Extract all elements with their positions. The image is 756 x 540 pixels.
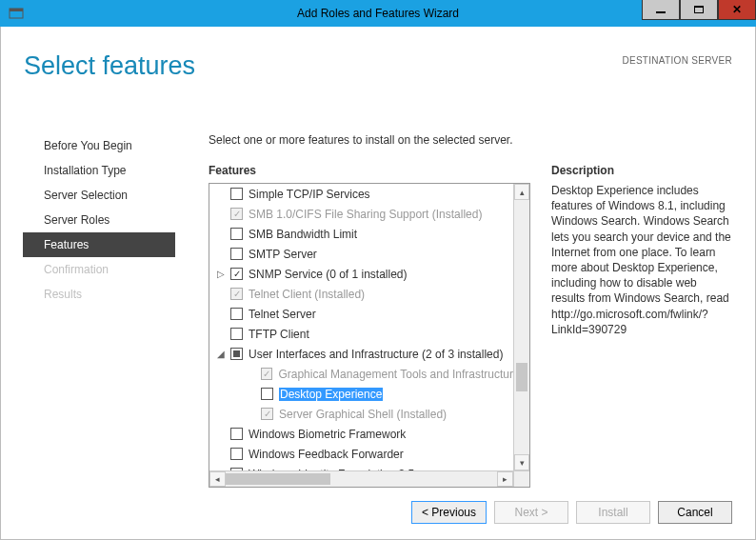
scroll-right-arrow-icon[interactable]: ▸ xyxy=(497,471,513,487)
maximize-button[interactable] xyxy=(680,0,718,20)
horizontal-scroll-thumb[interactable] xyxy=(226,473,330,485)
feature-label: Telnet Client (Installed) xyxy=(249,288,365,301)
titlebar: Add Roles and Features Wizard ✕ xyxy=(0,0,756,27)
feature-label: Simple TCP/IP Services xyxy=(249,188,370,201)
checkbox[interactable] xyxy=(230,188,243,200)
expander-icon[interactable]: ◢ xyxy=(215,349,227,359)
feature-item: Server Graphical Shell (Installed) xyxy=(209,404,513,424)
description-label: Description xyxy=(551,164,732,177)
previous-button[interactable]: < Previous xyxy=(411,501,487,524)
feature-label: Windows Biometric Framework xyxy=(249,428,406,441)
scroll-up-arrow-icon[interactable]: ▴ xyxy=(514,184,529,200)
feature-item[interactable]: TFTP Client xyxy=(209,324,513,344)
feature-label: Graphical Management Tools and Infrastru… xyxy=(278,368,513,381)
feature-item[interactable]: ▷SNMP Service (0 of 1 installed) xyxy=(209,264,513,284)
nav-item[interactable]: Features xyxy=(23,232,175,257)
feature-label: Telnet Server xyxy=(249,308,316,321)
feature-item: Graphical Management Tools and Infrastru… xyxy=(209,364,513,384)
feature-item[interactable]: Simple TCP/IP Services xyxy=(209,184,513,204)
feature-label: User Interfaces and Infrastructure (2 of… xyxy=(249,348,503,361)
nav-item: Confirmation xyxy=(23,257,175,282)
nav-item[interactable]: Installation Type xyxy=(23,158,175,183)
features-tree[interactable]: Simple TCP/IP ServicesSMB 1.0/CIFS File … xyxy=(209,183,530,488)
scroll-left-arrow-icon[interactable]: ◂ xyxy=(209,471,226,487)
checkbox[interactable] xyxy=(230,228,243,240)
feature-label: Server Graphical Shell (Installed) xyxy=(279,408,447,421)
wizard-body: Select features DESTINATION SERVER Befor… xyxy=(0,27,756,540)
svg-rect-1 xyxy=(10,9,23,11)
cancel-button[interactable]: Cancel xyxy=(658,501,732,524)
scroll-corner xyxy=(513,470,529,487)
minimize-button[interactable] xyxy=(642,0,680,20)
vertical-scroll-thumb[interactable] xyxy=(516,363,527,391)
description-text: Desktop Experience includes features of … xyxy=(551,183,732,337)
feature-item[interactable]: Desktop Experience xyxy=(209,384,513,404)
nav-item[interactable]: Before You Begin xyxy=(23,133,175,158)
feature-label: TFTP Client xyxy=(249,328,309,341)
nav-item[interactable]: Server Roles xyxy=(23,208,175,232)
nav-item: Results xyxy=(23,282,175,307)
feature-label: SMB 1.0/CIFS File Sharing Support (Insta… xyxy=(249,208,482,221)
install-button[interactable]: Install xyxy=(576,501,650,524)
instruction-text: Select one or more features to install o… xyxy=(209,133,732,147)
checkbox[interactable] xyxy=(230,308,243,320)
features-label: Features xyxy=(209,164,530,177)
feature-item[interactable]: SMB Bandwidth Limit xyxy=(209,224,513,244)
feature-item[interactable]: SMTP Server xyxy=(209,244,513,264)
feature-label: Windows Feedback Forwarder xyxy=(249,448,404,461)
feature-label: Desktop Experience xyxy=(279,388,383,401)
checkbox xyxy=(261,408,273,420)
app-icon xyxy=(6,3,27,24)
vertical-scrollbar[interactable]: ▴ ▾ xyxy=(513,184,529,470)
feature-item[interactable]: Windows Biometric Framework xyxy=(209,424,513,444)
feature-label: SNMP Service (0 of 1 installed) xyxy=(249,268,408,281)
feature-item[interactable]: Windows Feedback Forwarder xyxy=(209,444,513,464)
close-button[interactable]: ✕ xyxy=(718,0,756,20)
feature-label: SMB Bandwidth Limit xyxy=(249,228,357,241)
feature-label: SMTP Server xyxy=(249,248,317,261)
checkbox xyxy=(230,288,243,300)
destination-server-label: DESTINATION SERVER xyxy=(622,55,732,66)
checkbox[interactable] xyxy=(230,448,243,460)
feature-item[interactable]: Telnet Server xyxy=(209,304,513,324)
next-button[interactable]: Next > xyxy=(494,501,568,524)
horizontal-scrollbar[interactable]: ◂ ▸ xyxy=(209,470,513,487)
page-title: Select features xyxy=(24,51,195,81)
wizard-nav: Before You BeginInstallation TypeServer … xyxy=(23,133,175,307)
window-controls: ✕ xyxy=(642,0,756,27)
checkbox[interactable] xyxy=(230,268,243,280)
feature-item: SMB 1.0/CIFS File Sharing Support (Insta… xyxy=(209,204,513,224)
checkbox xyxy=(230,208,243,220)
expander-icon[interactable]: ▷ xyxy=(215,269,227,279)
checkbox[interactable] xyxy=(230,328,243,340)
checkbox xyxy=(261,368,272,380)
wizard-button-row: < Previous Next > Install Cancel xyxy=(411,501,732,524)
feature-item[interactable]: ◢User Interfaces and Infrastructure (2 o… xyxy=(209,344,513,364)
checkbox[interactable] xyxy=(261,388,273,400)
checkbox[interactable] xyxy=(230,348,243,360)
checkbox[interactable] xyxy=(230,248,243,260)
scroll-down-arrow-icon[interactable]: ▾ xyxy=(514,454,529,470)
nav-item[interactable]: Server Selection xyxy=(23,183,175,208)
feature-item: Telnet Client (Installed) xyxy=(209,284,513,304)
checkbox[interactable] xyxy=(230,428,243,440)
main-panel: Select one or more features to install o… xyxy=(209,133,732,488)
feature-item[interactable]: Windows Identity Foundation 3.5 xyxy=(209,464,513,470)
